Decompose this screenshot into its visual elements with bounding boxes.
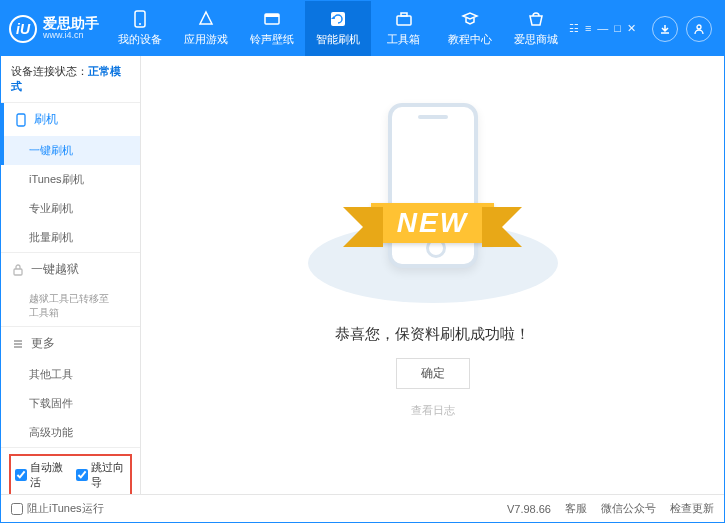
nav-label: 智能刷机	[316, 32, 360, 47]
more-icon	[11, 337, 25, 351]
options-highlight: 自动激活 跳过向导	[9, 454, 132, 494]
connection-status: 设备连接状态：正常模式	[1, 56, 140, 102]
success-message: 恭喜您，保资料刷机成功啦！	[335, 325, 530, 344]
skip-guide-checkbox[interactable]: 跳过向导	[76, 460, 127, 490]
top-nav: 我的设备 应用游戏 铃声壁纸 智能刷机 工具箱 教程中心	[107, 1, 569, 56]
wechat-link[interactable]: 微信公众号	[601, 501, 656, 516]
body: 设备连接状态：正常模式 刷机 一键刷机 iTunes刷机 专业刷机 批量刷机 一…	[1, 56, 724, 494]
success-illustration: NEW	[293, 103, 573, 303]
auto-activate-checkbox[interactable]: 自动激活	[15, 460, 66, 490]
sidebar-item-itunes[interactable]: iTunes刷机	[1, 165, 140, 194]
nav-ringtones[interactable]: 铃声壁纸	[239, 1, 305, 56]
version-label: V7.98.66	[507, 503, 551, 515]
nav-label: 我的设备	[118, 32, 162, 47]
main-content: NEW 恭喜您，保资料刷机成功啦！ 确定 查看日志	[141, 56, 724, 494]
nav-flash[interactable]: 智能刷机	[305, 1, 371, 56]
sidebar: 设备连接状态：正常模式 刷机 一键刷机 iTunes刷机 专业刷机 批量刷机 一…	[1, 56, 141, 494]
sidebar-item-pro[interactable]: 专业刷机	[1, 194, 140, 223]
window-controls: ☷ ≡ ― □ ✕	[569, 16, 716, 42]
nav-label: 教程中心	[448, 32, 492, 47]
ringtone-icon	[263, 10, 281, 28]
apps-icon	[197, 10, 215, 28]
view-log-link[interactable]: 查看日志	[411, 403, 455, 418]
svg-point-1	[139, 23, 141, 25]
sidebar-item-download[interactable]: 下载固件	[1, 389, 140, 418]
ok-button[interactable]: 确定	[396, 358, 470, 389]
sidebar-bottom: 自动激活 跳过向导 iPhone 12 mini 64GB Down-12min…	[1, 447, 140, 494]
tutorial-icon	[461, 10, 479, 28]
svg-rect-9	[14, 269, 22, 275]
check-update-link[interactable]: 检查更新	[670, 501, 714, 516]
titlebar: iU 爱思助手 www.i4.cn 我的设备 应用游戏 铃声壁纸 智能刷机	[1, 1, 724, 56]
phone-small-icon	[14, 113, 28, 127]
nav-toolbox[interactable]: 工具箱	[371, 1, 437, 56]
new-badge: NEW	[371, 203, 494, 243]
toolbox-icon	[395, 10, 413, 28]
status-label: 设备连接状态：	[11, 65, 88, 77]
close-icon[interactable]: ✕	[627, 22, 636, 35]
settings-icon[interactable]: ≡	[585, 22, 591, 35]
nav-label: 爱思商城	[514, 32, 558, 47]
flash-icon	[329, 10, 347, 28]
download-icon[interactable]	[652, 16, 678, 42]
sidebar-head-label: 更多	[31, 335, 55, 352]
block-itunes-checkbox[interactable]: 阻止iTunes运行	[11, 501, 104, 516]
sidebar-head-jailbreak[interactable]: 一键越狱	[1, 253, 140, 286]
sidebar-head-label: 一键越狱	[31, 261, 79, 278]
sidebar-item-other[interactable]: 其他工具	[1, 360, 140, 389]
svg-rect-3	[265, 14, 279, 17]
menu-icon[interactable]: ☷	[569, 22, 579, 35]
sidebar-head-flash[interactable]: 刷机	[1, 103, 140, 136]
nav-label: 应用游戏	[184, 32, 228, 47]
logo: iU 爱思助手 www.i4.cn	[9, 15, 107, 43]
svg-rect-6	[401, 13, 407, 16]
lock-icon	[11, 263, 25, 277]
jailbreak-note: 越狱工具已转移至 工具箱	[1, 286, 140, 326]
app-title: 爱思助手	[43, 16, 99, 31]
svg-rect-5	[397, 16, 411, 25]
statusbar: 阻止iTunes运行 V7.98.66 客服 微信公众号 检查更新	[1, 494, 724, 522]
logo-icon: iU	[9, 15, 37, 43]
nav-store[interactable]: 爱思商城	[503, 1, 569, 56]
nav-label: 铃声壁纸	[250, 32, 294, 47]
nav-label: 工具箱	[387, 32, 420, 47]
sidebar-head-more[interactable]: 更多	[1, 327, 140, 360]
svg-rect-8	[17, 114, 25, 126]
maximize-icon[interactable]: □	[614, 22, 621, 35]
phone-icon	[131, 10, 149, 28]
support-link[interactable]: 客服	[565, 501, 587, 516]
sidebar-item-batch[interactable]: 批量刷机	[1, 223, 140, 252]
app-window: iU 爱思助手 www.i4.cn 我的设备 应用游戏 铃声壁纸 智能刷机	[0, 0, 725, 523]
minimize-icon[interactable]: ―	[597, 22, 608, 35]
sidebar-item-oneclick[interactable]: 一键刷机	[1, 136, 140, 165]
sidebar-item-advanced[interactable]: 高级功能	[1, 418, 140, 447]
nav-my-device[interactable]: 我的设备	[107, 1, 173, 56]
nav-apps[interactable]: 应用游戏	[173, 1, 239, 56]
svg-point-7	[697, 25, 701, 29]
user-icon[interactable]	[686, 16, 712, 42]
nav-tutorials[interactable]: 教程中心	[437, 1, 503, 56]
store-icon	[527, 10, 545, 28]
sidebar-head-label: 刷机	[34, 111, 58, 128]
app-url: www.i4.cn	[43, 31, 99, 41]
